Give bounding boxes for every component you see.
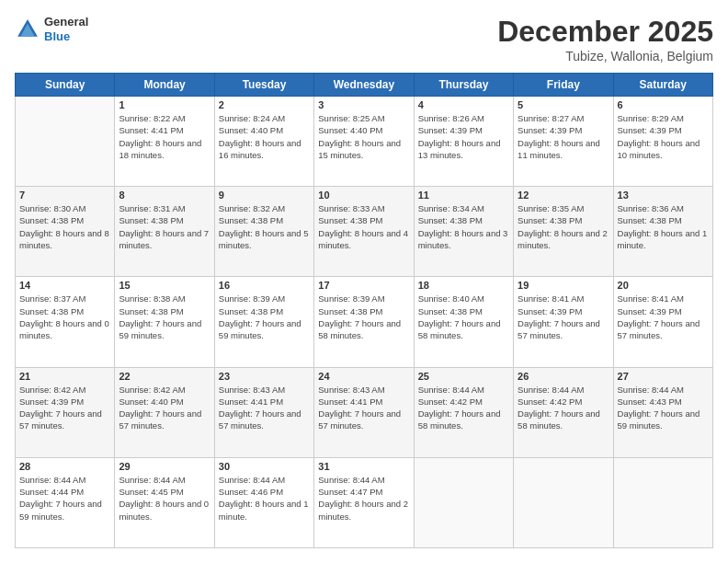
day-number: 7	[19, 190, 110, 201]
day-number: 5	[518, 99, 609, 110]
header-tuesday: Tuesday	[214, 74, 313, 97]
day-number: 2	[219, 99, 310, 110]
header-saturday: Saturday	[613, 74, 712, 97]
cell-1-4: 11Sunrise: 8:34 AMSunset: 4:38 PMDayligh…	[414, 187, 513, 277]
day-info: Sunrise: 8:44 AMSunset: 4:43 PMDaylight:…	[618, 384, 709, 432]
day-number: 28	[19, 461, 110, 472]
day-info: Sunrise: 8:44 AMSunset: 4:44 PMDaylight:…	[19, 474, 110, 523]
logo-text: General Blue	[44, 15, 88, 43]
header-sunday: Sunday	[16, 74, 115, 97]
day-number: 4	[418, 99, 509, 110]
header-thursday: Thursday	[414, 74, 513, 97]
cell-1-0: 7Sunrise: 8:30 AMSunset: 4:38 PMDaylight…	[16, 187, 115, 277]
cell-0-6: 6Sunrise: 8:29 AMSunset: 4:39 PMDaylight…	[613, 97, 712, 187]
day-number: 23	[219, 371, 310, 382]
header-friday: Friday	[514, 74, 613, 97]
cell-2-5: 19Sunrise: 8:41 AMSunset: 4:39 PMDayligh…	[514, 277, 613, 367]
day-number: 31	[318, 461, 409, 472]
day-info: Sunrise: 8:41 AMSunset: 4:39 PMDaylight:…	[618, 293, 709, 341]
page: General Blue December 2025 Tubize, Wallo…	[0, 0, 728, 563]
cell-1-6: 13Sunrise: 8:36 AMSunset: 4:38 PMDayligh…	[613, 187, 712, 277]
cell-2-6: 20Sunrise: 8:41 AMSunset: 4:39 PMDayligh…	[613, 277, 712, 367]
day-number: 17	[318, 280, 409, 291]
day-number: 22	[119, 371, 210, 382]
day-info: Sunrise: 8:25 AMSunset: 4:40 PMDaylight:…	[318, 112, 409, 161]
day-info: Sunrise: 8:44 AMSunset: 4:42 PMDaylight:…	[518, 384, 609, 432]
day-number: 24	[318, 371, 409, 382]
week-row-2: 7Sunrise: 8:30 AMSunset: 4:38 PMDaylight…	[16, 187, 713, 277]
day-info: Sunrise: 8:26 AMSunset: 4:39 PMDaylight:…	[418, 112, 509, 161]
cell-4-6	[613, 457, 712, 547]
weekday-header-row: Sunday Monday Tuesday Wednesday Thursday…	[16, 74, 713, 97]
logo: General Blue	[15, 15, 88, 43]
day-info: Sunrise: 8:39 AMSunset: 4:38 PMDaylight:…	[219, 293, 310, 341]
day-info: Sunrise: 8:43 AMSunset: 4:41 PMDaylight:…	[318, 384, 409, 432]
day-number: 27	[618, 371, 709, 382]
cell-4-3: 31Sunrise: 8:44 AMSunset: 4:47 PMDayligh…	[314, 457, 414, 547]
day-info: Sunrise: 8:29 AMSunset: 4:39 PMDaylight:…	[618, 112, 709, 161]
cell-0-2: 2Sunrise: 8:24 AMSunset: 4:40 PMDaylight…	[214, 97, 313, 187]
week-row-4: 21Sunrise: 8:42 AMSunset: 4:39 PMDayligh…	[16, 367, 713, 457]
cell-4-0: 28Sunrise: 8:44 AMSunset: 4:44 PMDayligh…	[16, 457, 115, 547]
cell-3-6: 27Sunrise: 8:44 AMSunset: 4:43 PMDayligh…	[613, 367, 712, 457]
week-row-1: 1Sunrise: 8:22 AMSunset: 4:41 PMDaylight…	[16, 97, 713, 187]
day-number: 29	[119, 461, 210, 472]
cell-4-5	[514, 457, 613, 547]
day-number: 12	[518, 190, 609, 201]
cell-3-3: 24Sunrise: 8:43 AMSunset: 4:41 PMDayligh…	[314, 367, 414, 457]
cell-1-2: 9Sunrise: 8:32 AMSunset: 4:38 PMDaylight…	[214, 187, 313, 277]
day-number: 15	[119, 280, 210, 291]
cell-2-0: 14Sunrise: 8:37 AMSunset: 4:38 PMDayligh…	[16, 277, 115, 367]
day-info: Sunrise: 8:36 AMSunset: 4:38 PMDaylight:…	[618, 202, 709, 251]
day-info: Sunrise: 8:44 AMSunset: 4:46 PMDaylight:…	[219, 474, 310, 523]
day-number: 9	[219, 190, 310, 201]
day-number: 20	[618, 280, 709, 291]
day-number: 25	[418, 371, 509, 382]
cell-3-1: 22Sunrise: 8:42 AMSunset: 4:40 PMDayligh…	[115, 367, 214, 457]
day-number: 1	[119, 99, 210, 110]
header-wednesday: Wednesday	[314, 74, 414, 97]
day-number: 8	[119, 190, 210, 201]
day-info: Sunrise: 8:42 AMSunset: 4:40 PMDaylight:…	[119, 384, 210, 432]
day-info: Sunrise: 8:22 AMSunset: 4:41 PMDaylight:…	[119, 112, 210, 161]
day-info: Sunrise: 8:42 AMSunset: 4:39 PMDaylight:…	[19, 384, 110, 432]
cell-0-1: 1Sunrise: 8:22 AMSunset: 4:41 PMDaylight…	[115, 97, 214, 187]
week-row-5: 28Sunrise: 8:44 AMSunset: 4:44 PMDayligh…	[16, 457, 713, 547]
cell-3-5: 26Sunrise: 8:44 AMSunset: 4:42 PMDayligh…	[514, 367, 613, 457]
calendar-table: Sunday Monday Tuesday Wednesday Thursday…	[15, 73, 713, 548]
cell-2-4: 18Sunrise: 8:40 AMSunset: 4:38 PMDayligh…	[414, 277, 513, 367]
day-info: Sunrise: 8:38 AMSunset: 4:38 PMDaylight:…	[119, 293, 210, 341]
cell-0-4: 4Sunrise: 8:26 AMSunset: 4:39 PMDaylight…	[414, 97, 513, 187]
title-section: December 2025 Tubize, Wallonia, Belgium	[497, 15, 713, 63]
day-number: 11	[418, 190, 509, 201]
cell-1-1: 8Sunrise: 8:31 AMSunset: 4:38 PMDaylight…	[115, 187, 214, 277]
day-info: Sunrise: 8:44 AMSunset: 4:47 PMDaylight:…	[318, 474, 409, 523]
day-info: Sunrise: 8:31 AMSunset: 4:38 PMDaylight:…	[119, 202, 210, 251]
header-monday: Monday	[115, 74, 214, 97]
day-info: Sunrise: 8:40 AMSunset: 4:38 PMDaylight:…	[418, 293, 509, 341]
cell-1-5: 12Sunrise: 8:35 AMSunset: 4:38 PMDayligh…	[514, 187, 613, 277]
header: General Blue December 2025 Tubize, Wallo…	[15, 15, 713, 63]
day-info: Sunrise: 8:39 AMSunset: 4:38 PMDaylight:…	[318, 293, 409, 341]
logo-icon	[15, 17, 40, 42]
cell-3-0: 21Sunrise: 8:42 AMSunset: 4:39 PMDayligh…	[16, 367, 115, 457]
cell-3-2: 23Sunrise: 8:43 AMSunset: 4:41 PMDayligh…	[214, 367, 313, 457]
day-number: 13	[618, 190, 709, 201]
day-number: 21	[19, 371, 110, 382]
logo-blue: Blue	[44, 29, 88, 44]
cell-0-0	[16, 97, 115, 187]
cell-4-2: 30Sunrise: 8:44 AMSunset: 4:46 PMDayligh…	[214, 457, 313, 547]
day-number: 6	[618, 99, 709, 110]
location-subtitle: Tubize, Wallonia, Belgium	[497, 49, 713, 63]
day-info: Sunrise: 8:37 AMSunset: 4:38 PMDaylight:…	[19, 293, 110, 341]
day-number: 16	[219, 280, 310, 291]
day-info: Sunrise: 8:41 AMSunset: 4:39 PMDaylight:…	[518, 293, 609, 341]
day-number: 30	[219, 461, 310, 472]
day-number: 10	[318, 190, 409, 201]
day-info: Sunrise: 8:32 AMSunset: 4:38 PMDaylight:…	[219, 202, 310, 251]
cell-1-3: 10Sunrise: 8:33 AMSunset: 4:38 PMDayligh…	[314, 187, 414, 277]
logo-general: General	[44, 15, 88, 29]
month-title: December 2025	[497, 15, 713, 49]
day-number: 3	[318, 99, 409, 110]
day-info: Sunrise: 8:34 AMSunset: 4:38 PMDaylight:…	[418, 202, 509, 251]
